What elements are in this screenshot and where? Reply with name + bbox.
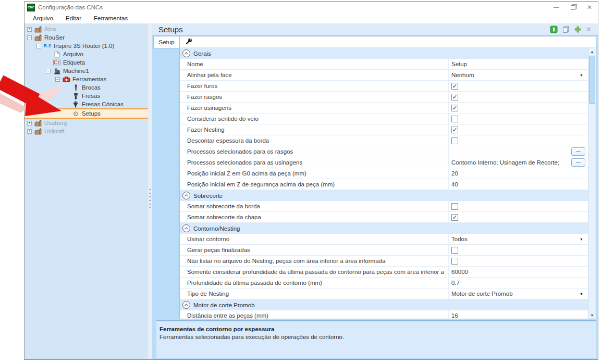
checkbox-unchecked[interactable] xyxy=(451,137,458,144)
scrollbar-thumb[interactable] xyxy=(589,56,595,104)
tree-item-label: Inspire 3S Router (1.0) xyxy=(54,43,114,49)
copy-icon[interactable] xyxy=(562,26,570,33)
ellipsis-button[interactable]: ... xyxy=(571,147,585,156)
property-label: Não listar no arquivo do Nesting, peças … xyxy=(180,256,449,266)
checkbox-checked[interactable]: ✓ xyxy=(451,94,458,101)
property-row: Descontar espessura da borda xyxy=(180,135,588,146)
tree-item-usaberg[interactable]: +Usaberg xyxy=(24,119,148,127)
expand-icon[interactable]: + xyxy=(27,129,32,134)
tree-item-inspire-3s-router[interactable]: −R-SInspire 3S Router (1.0) xyxy=(24,42,148,50)
tree-item-label: Ferramentas xyxy=(72,76,106,82)
property-row: Fazer Nesting✓ xyxy=(180,124,588,135)
collapse-section-icon[interactable] xyxy=(182,301,190,309)
checkbox-unchecked[interactable] xyxy=(451,116,458,122)
expand-icon[interactable]: + xyxy=(27,121,32,125)
tree-item-label: Fresas xyxy=(82,93,100,99)
tree-item-fresas[interactable]: Fresas xyxy=(24,92,148,100)
ellipsis-button[interactable]: ... xyxy=(571,158,585,167)
property-value[interactable]: Setup xyxy=(451,61,467,67)
property-grid: GeraisNomeSetupAlinhar pela faceNenhum▼F… xyxy=(179,36,596,319)
title-bar: CNC Configuração das CNCs ✕ xyxy=(24,2,598,13)
property-row: Considerar sentido do veio xyxy=(180,114,588,124)
chevron-down-icon[interactable]: ▼ xyxy=(580,292,583,296)
add-icon[interactable] xyxy=(574,26,582,33)
tree-item-brocas[interactable]: Brocas xyxy=(24,83,148,92)
grid-filter-row xyxy=(180,36,596,48)
tree-item-etiqueta[interactable]: Etiqueta xyxy=(24,58,148,67)
checkbox-checked[interactable]: ✓ xyxy=(451,83,458,90)
property-value-cell: 20 xyxy=(449,168,588,179)
app-icon: CNC xyxy=(27,4,35,11)
property-value[interactable]: 20 xyxy=(451,170,458,177)
property-value[interactable]: Nenhum xyxy=(451,72,474,78)
tree-item-arquivo[interactable]: Arquivo xyxy=(24,50,148,58)
property-value[interactable]: Motor de corte Promob xyxy=(451,291,513,297)
tree-item-fresas-conicas[interactable]: Fresas Cónicas xyxy=(24,100,148,108)
checkbox-unchecked[interactable] xyxy=(451,247,458,254)
checkbox-checked[interactable]: ✓ xyxy=(451,214,458,221)
property-label: Posição inicial em Z de segurança acima … xyxy=(180,179,449,190)
section-header[interactable]: Contorno/Nesting xyxy=(180,223,588,234)
property-value[interactable]: 40 xyxy=(451,181,458,187)
close-button[interactable]: ✕ xyxy=(581,2,598,13)
property-value-cell: 0.7 xyxy=(449,278,588,288)
property-value[interactable]: Contorno Interno; Usinagem de Recorte; xyxy=(451,159,559,166)
property-value[interactable]: 0.7 xyxy=(451,280,460,286)
checkbox-unchecked[interactable] xyxy=(451,258,458,265)
checkbox-checked[interactable]: ✓ xyxy=(451,105,458,111)
property-value[interactable]: 60000 xyxy=(451,269,468,275)
vertical-scrollbar[interactable]: ▲ ▼ xyxy=(588,48,596,319)
property-value[interactable]: 16 xyxy=(451,312,458,319)
pin-icon[interactable] xyxy=(186,37,192,47)
property-row: Somar sobrecorte da borda xyxy=(180,201,588,212)
checkbox-unchecked[interactable] xyxy=(451,203,458,210)
menu-arquivo[interactable]: Arquivo xyxy=(27,15,59,21)
property-label: Processos selecionados para os rasgos xyxy=(180,146,449,157)
collapse-icon[interactable]: − xyxy=(46,69,51,73)
expand-icon[interactable]: + xyxy=(27,27,32,32)
toolbox-icon xyxy=(62,76,70,82)
property-label: Descontar espessura da borda xyxy=(180,135,449,146)
property-value-cell: 16 xyxy=(449,310,588,319)
section-header[interactable]: Sobrecorte xyxy=(180,190,588,201)
collapse-section-icon[interactable] xyxy=(182,49,190,57)
collapse-section-icon[interactable] xyxy=(182,224,190,232)
info-icon[interactable] xyxy=(550,26,558,33)
chevron-down-icon[interactable]: ▼ xyxy=(580,237,583,241)
property-value-cell: ... xyxy=(449,146,588,157)
property-value[interactable]: Todos xyxy=(451,236,468,242)
chevron-down-icon[interactable]: ▼ xyxy=(580,73,583,77)
delete-icon[interactable]: ✕ xyxy=(586,26,592,33)
minimize-icon xyxy=(554,7,559,8)
property-value-cell: Nenhum▼ xyxy=(449,70,588,80)
tree-item-usikraft[interactable]: +Usikraft xyxy=(24,127,148,135)
collapse-section-icon[interactable] xyxy=(182,192,190,199)
tree-item-alca[interactable]: +Alca xyxy=(24,25,148,33)
menu-ferramentas[interactable]: Ferramentas xyxy=(88,15,134,21)
section-header[interactable]: Motor de corte Promob xyxy=(180,299,588,310)
collapse-icon[interactable]: − xyxy=(36,44,41,48)
section-header[interactable]: Gerais xyxy=(180,48,588,59)
minimize-button[interactable] xyxy=(548,2,564,13)
restore-button[interactable] xyxy=(564,2,581,13)
collapse-icon[interactable]: − xyxy=(27,35,32,40)
scroll-up-icon[interactable]: ▲ xyxy=(588,48,596,55)
factory-icon xyxy=(34,120,42,127)
tree-item-rouser[interactable]: −RouSer xyxy=(24,33,148,42)
tree-item-setups[interactable]: ⚙Setups xyxy=(24,108,148,119)
splitter-handle[interactable] xyxy=(148,23,152,359)
menu-editar[interactable]: Editar xyxy=(59,15,88,21)
checkbox-checked[interactable]: ✓ xyxy=(451,127,458,133)
property-row: Fazer usinagens✓ xyxy=(180,103,588,114)
tree-item-ferramentas[interactable]: −Ferramentas xyxy=(24,75,148,83)
property-value-cell: ✓ xyxy=(449,103,588,113)
property-label: Fazer furos xyxy=(180,81,449,91)
scroll-down-icon[interactable]: ▼ xyxy=(588,311,596,319)
collapse-icon[interactable]: − xyxy=(55,77,60,82)
tree-item-machine1[interactable]: −Machine1 xyxy=(24,67,148,75)
property-value-cell: ✓ xyxy=(449,212,588,222)
factory-icon xyxy=(34,128,42,135)
property-label: Somar sobrecorte da chapa xyxy=(180,212,449,222)
tab-setup[interactable]: Setup xyxy=(153,36,180,48)
factory-icon xyxy=(34,26,42,33)
